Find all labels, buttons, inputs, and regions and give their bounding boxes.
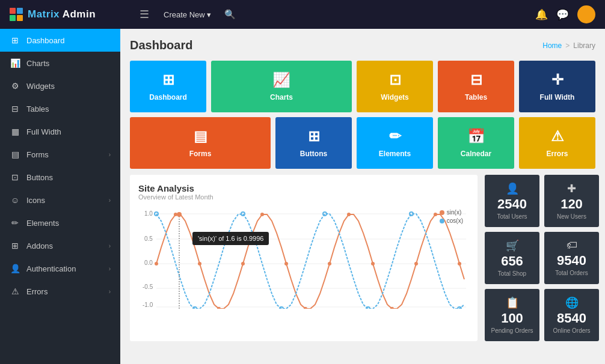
sidebar-item-dashboard[interactable]: ⊞ Dashboard	[0, 29, 120, 52]
svg-text:0.5: 0.5	[144, 235, 153, 242]
tile-errors-icon: ⚠	[551, 128, 564, 145]
sidebar-item-errors[interactable]: ⚠ Errors ›	[0, 280, 120, 303]
new-users-icon: ✚	[567, 182, 576, 195]
sidebar-item-addons[interactable]: ⊞ Addons ›	[0, 234, 120, 257]
total-orders-icon: 🏷	[567, 239, 577, 252]
tile-elements-icon: ✏	[389, 128, 401, 145]
tables-icon: ⊟	[10, 104, 20, 114]
analysis-section: Site Analysis Overview of Latest Month s…	[130, 175, 595, 341]
icons-arrow: ›	[109, 197, 111, 204]
messages-button[interactable]: 💬	[556, 8, 569, 21]
logo-text: Matrix Admin	[28, 8, 96, 20]
legend-sin-label: sin(x)	[447, 209, 461, 216]
legend-sin-dot	[440, 210, 444, 215]
sidebar-item-label: Tables	[26, 105, 49, 114]
sidebar-item-charts[interactable]: 📊 Charts	[0, 52, 120, 74]
total-orders-value: 9540	[557, 254, 586, 267]
widgets-icon: ⚙	[10, 81, 20, 91]
stat-card-total-orders: 🏷 9540 Total Orders	[544, 232, 599, 284]
svg-text:-0.5: -0.5	[143, 284, 153, 290]
tile-tables-icon: ⊟	[470, 71, 482, 88]
sidebar-item-authentication[interactable]: 👤 Authentication ›	[0, 257, 120, 280]
chart-legend: sin(x) cos(x)	[440, 209, 463, 224]
sidebar-item-icons[interactable]: ☺ Icons ›	[0, 189, 120, 211]
notifications-button[interactable]: 🔔	[535, 8, 548, 21]
total-shop-label: Total Shop	[498, 270, 526, 277]
sidebar-item-widgets[interactable]: ⚙ Widgets	[0, 74, 120, 97]
svg-text:0.0: 0.0	[144, 259, 153, 266]
tile-dashboard[interactable]: ⊞ Dashboard	[130, 61, 206, 112]
total-shop-icon: 🛒	[506, 239, 519, 252]
tile-charts-icon: 📈	[272, 71, 290, 88]
legend-cos-dot	[440, 219, 444, 223]
sidebar-item-label: Dashboard	[26, 36, 65, 45]
sin-point	[434, 213, 437, 216]
elements-icon: ✏	[10, 218, 20, 228]
sin-point	[414, 262, 418, 265]
fullwidth-icon: ▦	[10, 127, 20, 136]
tile-dashboard-label: Dashboard	[149, 93, 187, 102]
cos-point	[366, 307, 370, 309]
errors-icon: ⚠	[10, 287, 20, 296]
search-button[interactable]: 🔍	[222, 7, 238, 22]
sidebar-item-tables[interactable]: ⊟ Tables	[0, 97, 120, 120]
sin-point	[328, 262, 331, 265]
sin-point	[347, 213, 351, 216]
tile-errors-label: Errors	[546, 150, 568, 158]
sidebar-item-fullwidth[interactable]: ▦ Full Width	[0, 120, 120, 143]
stat-card-total-users: 👤 2540 Total Users	[485, 175, 539, 227]
chart-container: Site Analysis Overview of Latest Month s…	[130, 175, 478, 341]
tile-fullwidth[interactable]: ✛ Full Width	[519, 61, 595, 112]
stat-card-online-orders: 🌐 8540 Online Orders	[544, 289, 599, 341]
sidebar-item-label: Buttons	[26, 173, 53, 182]
tile-widgets-label: Widgets	[381, 93, 409, 102]
pending-orders-icon: 📋	[506, 296, 519, 309]
new-users-label: New Users	[557, 213, 586, 220]
forms-arrow: ›	[109, 151, 111, 158]
tile-errors[interactable]: ⚠ Errors	[519, 117, 595, 169]
sidebar-item-label: Icons	[26, 196, 45, 205]
authentication-arrow: ›	[109, 265, 111, 272]
tile-charts-label: Charts	[270, 93, 293, 102]
page-title: Dashboard	[130, 38, 192, 52]
tile-buttons-label: Buttons	[300, 150, 327, 158]
breadcrumb-home[interactable]: Home	[542, 41, 562, 50]
tile-buttons[interactable]: ⊞ Buttons	[275, 117, 352, 169]
tile-dashboard-icon: ⊞	[162, 71, 174, 88]
tile-calendar[interactable]: 📅 Calnedar	[438, 117, 514, 169]
buttons-icon: ⊡	[10, 172, 20, 182]
legend-cos: cos(x)	[440, 217, 463, 224]
tile-charts[interactable]: 📈 Charts	[211, 61, 352, 112]
sidebar-item-elements[interactable]: ✏ Elements	[0, 211, 120, 234]
sidebar-item-label: Elements	[26, 219, 59, 228]
sin-point	[241, 262, 245, 265]
tile-tables[interactable]: ⊟ Tables	[438, 61, 514, 112]
tile-fullwidth-icon: ✛	[551, 71, 564, 88]
breadcrumb: Home > Library	[542, 41, 595, 50]
avatar[interactable]	[577, 5, 595, 23]
sin-point	[284, 262, 288, 265]
addons-icon: ⊞	[10, 241, 20, 250]
pending-orders-value: 100	[501, 312, 523, 325]
dashboard-icon: ⊞	[10, 35, 20, 45]
tiles-row-1: ⊞ Dashboard 📈 Charts ⊡ Widgets ⊟ Tables …	[130, 61, 595, 112]
header-right: 🔔 💬	[535, 5, 595, 23]
authentication-icon: 👤	[10, 264, 20, 273]
hamburger-button[interactable]: ☰	[136, 5, 153, 23]
create-new-button[interactable]: Create New ▾	[159, 8, 216, 22]
tile-widgets-icon: ⊡	[389, 71, 401, 88]
tile-widgets[interactable]: ⊡ Widgets	[357, 61, 433, 112]
tile-forms[interactable]: ▤ Forms	[130, 117, 271, 169]
sidebar-item-buttons[interactable]: ⊡ Buttons	[0, 166, 120, 189]
total-users-value: 2540	[497, 198, 527, 211]
stats-panel: 👤 2540 Total Users ✚ 120 New Users 🛒 656…	[485, 175, 599, 341]
sidebar-item-label: Addons	[26, 241, 53, 250]
stat-card-pending-orders: 📋 100 Pending Orders	[485, 289, 539, 341]
tiles-row-2: ▤ Forms ⊞ Buttons ✏ Elements 📅 Calnedar …	[130, 117, 595, 169]
sidebar-item-forms[interactable]: ▤ Forms ›	[0, 143, 120, 166]
sin-point	[155, 262, 158, 265]
charts-icon: 📊	[10, 58, 20, 68]
tile-tables-label: Tables	[465, 93, 487, 102]
stat-card-total-shop: 🛒 656 Total Shop	[485, 232, 539, 284]
tile-elements[interactable]: ✏ Elements	[357, 117, 433, 169]
